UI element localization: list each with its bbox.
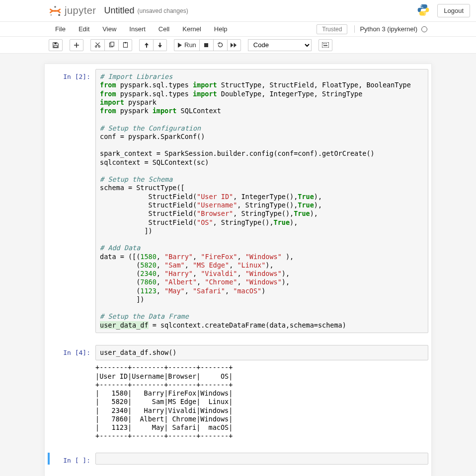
interrupt-button[interactable] xyxy=(199,39,213,51)
restart-button[interactable] xyxy=(213,39,227,51)
code-cell[interactable]: In [2]:# Import Libraries from pyspark.s… xyxy=(48,67,428,335)
menu-edit[interactable]: Edit xyxy=(72,22,96,36)
celltype-select[interactable]: CodeMarkdownRaw NBConvertHeading xyxy=(248,39,312,51)
save-button[interactable] xyxy=(49,39,63,51)
cell-prompt: In [ ]: xyxy=(50,453,95,465)
save-status: (unsaved changes) xyxy=(138,7,188,14)
menu-help[interactable]: Help xyxy=(208,22,234,36)
svg-point-0 xyxy=(54,6,56,8)
restart-run-all-button[interactable] xyxy=(227,39,241,51)
notebook: In [2]:# Import Libraries from pyspark.s… xyxy=(44,64,432,476)
menubar: FileEditViewInsertCellKernelHelp Trusted… xyxy=(0,22,476,37)
code-input[interactable] xyxy=(95,453,428,465)
svg-point-4 xyxy=(425,13,426,14)
toolbar: Run CodeMarkdownRaw NBConvertHeading xyxy=(0,37,476,54)
header: jupyter Untitled (unsaved changes) Logou… xyxy=(0,0,476,22)
trusted-badge[interactable]: Trusted xyxy=(317,24,347,34)
notebook-scroll-area[interactable]: In [2]:# Import Libraries from pyspark.s… xyxy=(0,54,476,476)
move-up-button[interactable] xyxy=(139,39,153,51)
svg-point-3 xyxy=(421,5,422,6)
notebook-title[interactable]: Untitled xyxy=(104,5,135,16)
run-button[interactable]: Run xyxy=(174,39,199,51)
svg-rect-18 xyxy=(323,45,327,46)
code-input[interactable]: user_data_df.show() xyxy=(95,345,428,360)
logout-button[interactable]: Logout xyxy=(437,4,470,17)
svg-point-1 xyxy=(51,14,52,15)
run-button-label: Run xyxy=(184,41,196,49)
add-cell-button[interactable] xyxy=(70,39,83,51)
svg-rect-13 xyxy=(204,43,208,47)
jupyter-logo[interactable]: jupyter xyxy=(49,4,96,17)
svg-rect-5 xyxy=(54,45,58,47)
copy-button[interactable] xyxy=(104,39,118,51)
kernel-status-icon xyxy=(421,26,427,32)
cell-prompt: In [4]: xyxy=(50,345,95,441)
svg-point-2 xyxy=(58,14,60,16)
svg-point-8 xyxy=(98,46,100,47)
svg-rect-17 xyxy=(326,44,327,44)
move-down-button[interactable] xyxy=(153,39,167,51)
cell-prompt: In [2]: xyxy=(50,69,95,333)
svg-rect-14 xyxy=(322,42,329,48)
jupyter-logo-text: jupyter xyxy=(65,5,96,16)
menu-insert[interactable]: Insert xyxy=(123,22,152,36)
menu-file[interactable]: File xyxy=(49,22,72,36)
cut-button[interactable] xyxy=(90,39,104,51)
code-cell[interactable]: In [ ]: xyxy=(48,451,428,467)
kernel-name[interactable]: Python 3 (ipykernel) xyxy=(360,25,417,33)
svg-rect-10 xyxy=(111,42,114,46)
code-cell[interactable]: In [4]:user_data_df.show()+-------+-----… xyxy=(48,343,428,443)
svg-rect-6 xyxy=(54,42,56,44)
command-palette-button[interactable] xyxy=(318,39,332,51)
kernel-python-icon xyxy=(416,3,430,18)
code-input[interactable]: # Import Libraries from pyspark.sql.type… xyxy=(95,69,428,333)
menu-cell[interactable]: Cell xyxy=(152,22,176,36)
paste-button[interactable] xyxy=(118,39,132,51)
menu-view[interactable]: View xyxy=(96,22,123,36)
menu-kernel[interactable]: Kernel xyxy=(176,22,208,36)
cell-output: +-------+--------+-------+-------+ |User… xyxy=(95,360,233,440)
svg-point-7 xyxy=(95,46,97,47)
svg-rect-16 xyxy=(324,44,325,44)
svg-rect-12 xyxy=(124,42,126,43)
svg-rect-15 xyxy=(323,44,324,44)
